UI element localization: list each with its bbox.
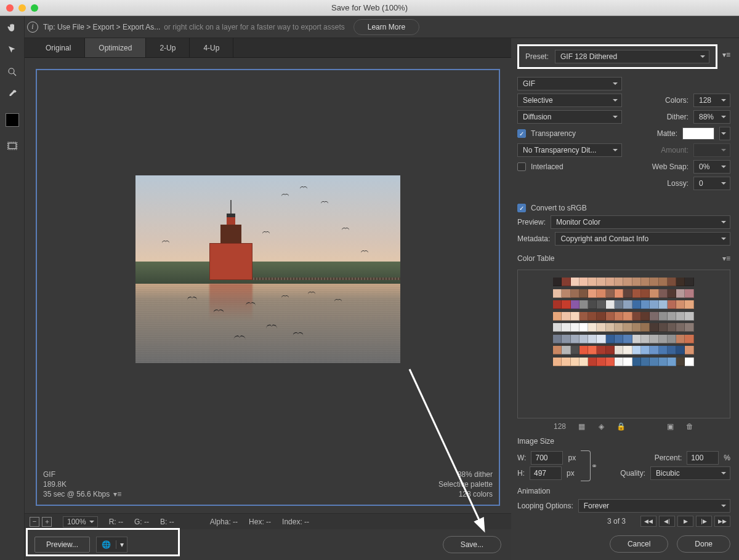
done-button[interactable]: Done	[677, 535, 730, 553]
color-swatch[interactable]	[659, 358, 668, 366]
websnap-select[interactable]: 0%	[693, 160, 730, 174]
last-frame-button[interactable]: ▶▶	[714, 516, 730, 527]
color-swatch[interactable]	[553, 346, 562, 354]
preview-select[interactable]: Monitor Color	[551, 215, 730, 229]
color-swatch[interactable]	[650, 300, 658, 309]
preview-info-menu-icon[interactable]: ▾≡	[113, 490, 121, 498]
color-swatch[interactable]	[641, 358, 650, 366]
color-swatch[interactable]	[668, 289, 676, 298]
color-swatch[interactable]	[615, 312, 623, 321]
color-swatch[interactable]	[632, 312, 641, 321]
eyedropper-tool[interactable]	[4, 87, 20, 101]
color-swatch[interactable]	[597, 278, 605, 286]
color-swatch[interactable]	[685, 289, 693, 298]
color-swatch[interactable]	[606, 312, 615, 321]
color-swatch[interactable]	[676, 323, 685, 332]
color-swatch[interactable]	[579, 335, 588, 343]
interlaced-checkbox[interactable]	[517, 162, 526, 171]
color-swatch[interactable]	[553, 300, 562, 309]
metadata-select[interactable]: Copyright and Contact Info	[555, 232, 730, 246]
transparency-checkbox[interactable]	[517, 129, 526, 138]
color-swatch[interactable]	[562, 312, 570, 321]
loop-select[interactable]: Forever	[578, 499, 730, 513]
color-swatch[interactable]	[553, 289, 562, 298]
preview-button[interactable]: Preview...	[34, 537, 90, 553]
color-swatch[interactable]	[685, 323, 693, 332]
color-table-menu-icon[interactable]: ▾≡	[722, 254, 730, 263]
color-swatch[interactable]	[606, 346, 615, 354]
color-swatch[interactable]	[579, 312, 588, 321]
save-button[interactable]: Save...	[443, 536, 501, 553]
zoom-tool[interactable]	[4, 65, 20, 79]
color-swatch[interactable]	[676, 335, 685, 343]
color-swatch[interactable]	[685, 278, 693, 286]
color-swatch[interactable]	[597, 289, 605, 298]
color-swatch[interactable]	[606, 358, 615, 366]
learn-more-button[interactable]: Learn More	[353, 19, 419, 35]
color-swatch[interactable]	[597, 323, 605, 332]
color-swatch[interactable]	[641, 323, 650, 332]
color-swatch[interactable]	[641, 335, 650, 343]
color-swatch[interactable]	[685, 312, 693, 321]
color-swatch[interactable]	[553, 323, 562, 332]
color-swatch[interactable]	[650, 278, 658, 286]
color-swatch[interactable]	[597, 335, 605, 343]
color-swatch[interactable]	[685, 346, 693, 354]
preset-select[interactable]: GIF 128 Dithered	[555, 50, 709, 63]
zoom-select[interactable]: 100%	[63, 516, 98, 527]
color-swatch[interactable]	[668, 335, 676, 343]
optimize-menu-icon[interactable]: ▾≡	[722, 44, 730, 59]
dither-value-select[interactable]: 88%	[693, 110, 730, 124]
quality-select[interactable]: Bicubic	[650, 466, 730, 480]
next-frame-button[interactable]: |▶	[696, 516, 712, 527]
color-swatch[interactable]	[553, 335, 562, 343]
ct-trash-icon[interactable]: 🗑	[685, 422, 694, 431]
color-swatch[interactable]	[615, 335, 623, 343]
color-swatch[interactable]	[676, 312, 685, 321]
color-swatch[interactable]	[588, 323, 597, 332]
color-swatch[interactable]	[676, 346, 685, 354]
percent-input[interactable]: 100	[687, 451, 719, 465]
color-swatch[interactable]	[606, 335, 615, 343]
color-swatch[interactable]	[650, 289, 658, 298]
color-swatch[interactable]	[659, 335, 668, 343]
color-swatch[interactable]	[623, 335, 632, 343]
cancel-button[interactable]: Cancel	[610, 535, 668, 553]
color-swatch[interactable]	[641, 312, 650, 321]
color-swatch[interactable]	[685, 300, 693, 309]
color-swatch[interactable]	[606, 300, 615, 309]
color-swatch[interactable]	[615, 289, 623, 298]
color-swatch[interactable]	[615, 346, 623, 354]
color-swatch[interactable]	[588, 300, 597, 309]
color-swatch[interactable]	[659, 312, 668, 321]
color-swatch[interactable]	[597, 346, 605, 354]
color-swatch[interactable]	[597, 300, 605, 309]
color-swatch[interactable]	[562, 346, 570, 354]
color-swatch[interactable]	[571, 289, 579, 298]
color-swatch[interactable]	[588, 289, 597, 298]
color-swatch[interactable]	[553, 278, 562, 286]
color-swatch[interactable]	[553, 358, 562, 366]
color-swatch[interactable]	[579, 289, 588, 298]
color-reduction-select[interactable]: Selective	[517, 94, 622, 107]
tab-optimized[interactable]: Optimized	[85, 38, 146, 57]
color-swatch[interactable]	[650, 312, 658, 321]
height-input[interactable]: 497	[530, 466, 562, 480]
color-swatch[interactable]	[668, 358, 676, 366]
color-swatch[interactable]	[571, 323, 579, 332]
color-swatch[interactable]	[650, 323, 658, 332]
prev-frame-button[interactable]: ◀|	[659, 516, 675, 527]
slice-select-tool[interactable]	[4, 43, 20, 57]
color-swatch[interactable]	[623, 346, 632, 354]
tab-original[interactable]: Original	[32, 38, 85, 57]
format-select[interactable]: GIF	[517, 77, 622, 90]
color-swatch[interactable]	[623, 300, 632, 309]
color-swatch[interactable]	[623, 312, 632, 321]
color-swatch[interactable]	[597, 312, 605, 321]
color-swatch[interactable]	[641, 300, 650, 309]
color-swatch[interactable]	[641, 289, 650, 298]
color-swatch[interactable]	[623, 289, 632, 298]
color-swatch[interactable]	[659, 300, 668, 309]
color-swatch[interactable]	[588, 335, 597, 343]
matte-swatch[interactable]	[682, 127, 714, 140]
